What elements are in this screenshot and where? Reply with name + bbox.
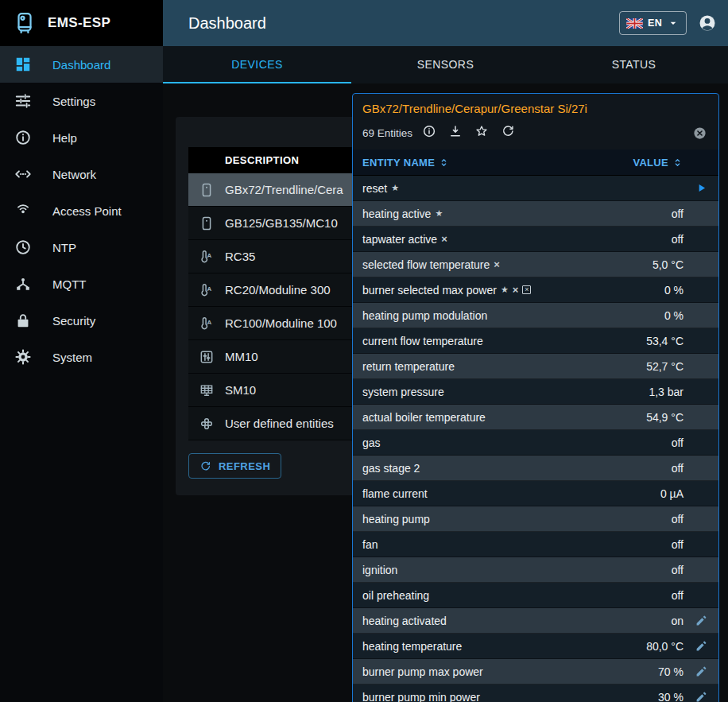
tab-label: STATUS	[612, 58, 656, 71]
refresh-button[interactable]: REFRESH	[188, 453, 281, 479]
entity-row-oil-preheating[interactable]: oil preheatingoff	[353, 583, 718, 608]
thermostat-icon: A	[199, 316, 215, 332]
info-icon[interactable]	[422, 124, 436, 138]
tab-devices[interactable]: DEVICES	[163, 46, 351, 83]
sidebar-item-label: NTP	[52, 241, 76, 254]
tabbar: DEVICESSENSORSSTATUS	[163, 46, 728, 83]
entity-action[interactable]	[683, 614, 718, 627]
entity-name: oil preheating	[362, 589, 429, 602]
svg-text:A: A	[207, 285, 211, 292]
entity-row-reset[interactable]: reset★	[353, 176, 718, 201]
pencil-icon[interactable]	[695, 614, 708, 627]
entity-value: 1,3 bar	[649, 386, 683, 398]
entity-row-heating-pump-modulation[interactable]: heating pump modulation0 %	[353, 303, 718, 328]
entity-action[interactable]	[683, 639, 718, 653]
tune-icon	[14, 92, 32, 110]
sidebar-item-access-point[interactable]: Access Point	[0, 192, 163, 229]
disabled-cross-icon: ×	[441, 234, 447, 244]
app-title: EMS-ESP	[48, 15, 110, 31]
device-hub-icon	[14, 275, 32, 293]
entity-name: gas stage 2	[362, 462, 420, 475]
dashboard-icon	[14, 56, 32, 73]
entity-row-return-temperature[interactable]: return temperature52,7 °C	[353, 354, 718, 379]
column-value[interactable]: VALUE	[633, 157, 683, 169]
tab-status[interactable]: STATUS	[540, 46, 728, 83]
entity-row-gas-stage-2[interactable]: gas stage 2off	[353, 456, 718, 481]
download-icon[interactable]	[448, 124, 463, 138]
entity-row-burner-pump-max-power[interactable]: burner pump max power70 %	[353, 659, 718, 685]
device-label: User defined entities	[225, 417, 334, 430]
entity-value: 30 %	[658, 691, 683, 702]
entity-table-header: ENTITY NAME VALUE	[353, 149, 718, 176]
language-label: EN	[648, 17, 662, 29]
sort-icon[interactable]	[438, 157, 450, 169]
boiler-icon	[199, 182, 215, 198]
info-icon	[14, 129, 32, 146]
sidebar-item-system[interactable]: System	[0, 339, 163, 375]
entity-row-actual-boiler-temperature[interactable]: actual boiler temperature54,9 °C	[353, 405, 718, 430]
account-icon[interactable]	[698, 14, 717, 33]
close-icon[interactable]	[692, 126, 707, 141]
code-icon	[14, 165, 32, 183]
entity-row-burner-pump-min-power[interactable]: burner pump min power30 %	[353, 685, 718, 702]
appbar-actions: EN	[619, 11, 717, 35]
entity-value: off	[672, 462, 683, 475]
sidebar-item-label: MQTT	[52, 277, 87, 291]
sidebar-item-network[interactable]: Network	[0, 156, 163, 192]
entity-row-burner-selected-max-power[interactable]: burner selected max power★××0 %	[353, 277, 718, 303]
entity-row-selected-flow-temperature[interactable]: selected flow temperature×5,0 °C	[353, 252, 718, 277]
pencil-icon[interactable]	[695, 639, 708, 653]
sidebar-item-ntp[interactable]: NTP	[0, 229, 163, 266]
sidebar: EMS-ESP DashboardSettingsHelpNetworkAcce…	[0, 0, 163, 702]
entity-row-current-flow-temperature[interactable]: current flow temperature53,4 °C	[353, 328, 718, 354]
sidebar-item-security[interactable]: Security	[0, 302, 163, 339]
pencil-icon[interactable]	[695, 665, 708, 678]
entity-row-heating-pump[interactable]: heating pumpoff	[353, 506, 718, 532]
tab-sensors[interactable]: SENSORS	[351, 46, 540, 83]
sort-icon[interactable]	[672, 157, 683, 169]
entity-action[interactable]	[683, 181, 718, 195]
refresh-icon[interactable]	[501, 124, 515, 138]
entity-name: fan	[362, 538, 378, 551]
svg-text:A: A	[207, 318, 211, 325]
entity-action[interactable]	[683, 665, 718, 678]
entity-value: 0 %	[664, 309, 683, 322]
entity-action[interactable]	[683, 690, 718, 702]
boiler-icon	[199, 215, 215, 231]
sidebar-item-label: Network	[52, 168, 96, 181]
column-entity-name[interactable]: ENTITY NAME	[362, 157, 450, 169]
entity-value: 0 %	[664, 284, 683, 297]
play-icon[interactable]	[695, 181, 708, 195]
entity-row-flame-current[interactable]: flame current0 µA	[353, 481, 718, 506]
uk-flag-icon	[626, 18, 643, 29]
entity-row-fan[interactable]: fanoff	[353, 532, 718, 557]
boxed-cross-icon: ×	[522, 285, 531, 294]
entity-row-heating-active[interactable]: heating active★off	[353, 201, 718, 227]
entity-panel-header: GBx72/Trendline/Cerapur/Greenstar Si/27i…	[353, 94, 718, 149]
clock-icon	[14, 239, 32, 256]
sidebar-item-mqtt[interactable]: MQTT	[0, 266, 163, 302]
caret-down-icon	[667, 17, 680, 29]
content: DESCRIPTION GBx72/Trendline/CeraGB125/GB…	[163, 83, 728, 702]
sidebar-item-help[interactable]: Help	[0, 119, 163, 156]
entity-row-heating-temperature[interactable]: heating temperature80,0 °C	[353, 634, 718, 659]
star-icon[interactable]	[474, 124, 489, 138]
sidebar-item-label: Dashboard	[52, 58, 110, 72]
entity-value: 5,0 °C	[652, 258, 683, 271]
language-button[interactable]: EN	[619, 11, 687, 35]
entity-row-gas[interactable]: gasoff	[353, 430, 718, 456]
device-label: MM10	[225, 350, 258, 363]
entity-rows: reset★heating active★offtapwater active×…	[353, 176, 718, 702]
sidebar-item-label: Security	[52, 314, 95, 328]
entity-value: off	[672, 564, 683, 576]
entity-row-tapwater-active[interactable]: tapwater active×off	[353, 227, 718, 252]
entity-row-heating-activated[interactable]: heating activatedon	[353, 608, 718, 634]
sidebar-item-dashboard[interactable]: Dashboard	[0, 46, 163, 83]
sidebar-item-label: System	[52, 351, 92, 364]
entity-row-ignition[interactable]: ignitionoff	[353, 557, 718, 583]
disabled-cross-icon: ×	[494, 259, 500, 270]
sidebar-item-settings[interactable]: Settings	[0, 83, 163, 119]
entity-row-system-pressure[interactable]: system pressure1,3 bar	[353, 379, 718, 405]
pencil-icon[interactable]	[695, 690, 708, 702]
column-label: VALUE	[633, 157, 668, 169]
